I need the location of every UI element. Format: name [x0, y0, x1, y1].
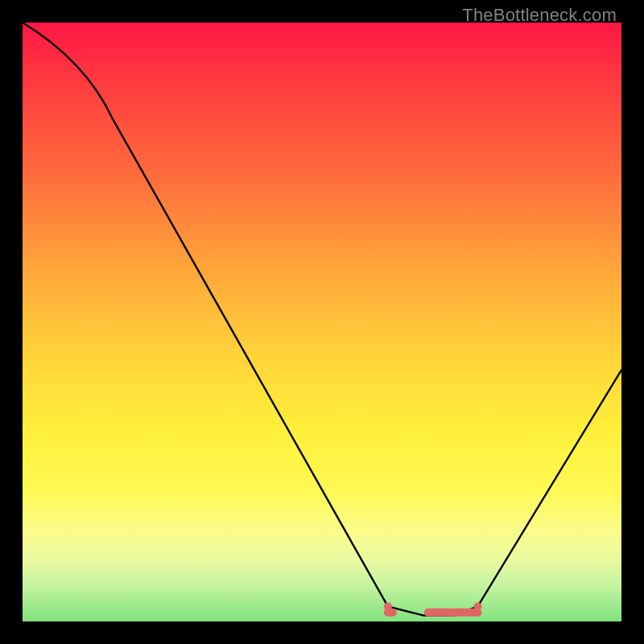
plot-area: [23, 23, 621, 621]
attribution-text: TheBottleneck.com: [462, 5, 617, 26]
chart-frame: TheBottleneck.com: [0, 0, 644, 644]
bottleneck-curve: [23, 23, 621, 616]
range-end-dot: [473, 602, 481, 610]
curve-svg: [23, 23, 621, 621]
range-end-dot: [384, 602, 392, 610]
curve-group: [23, 23, 621, 616]
